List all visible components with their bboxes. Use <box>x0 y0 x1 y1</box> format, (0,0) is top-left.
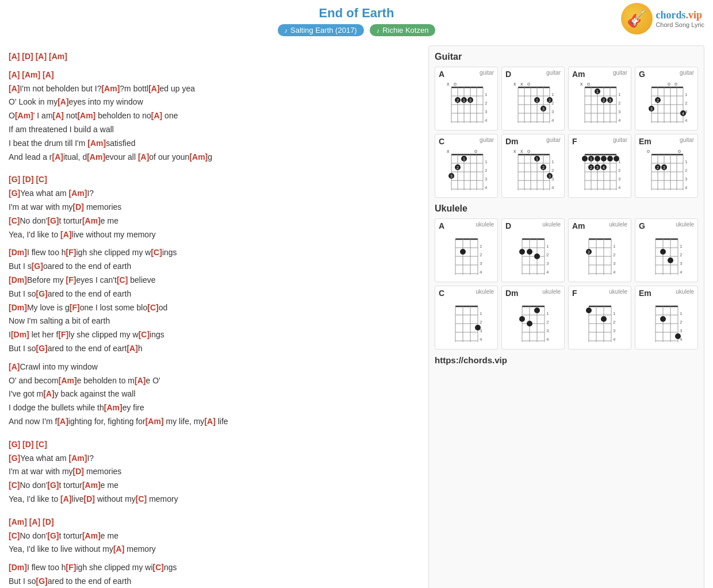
chord-token[interactable]: [Am] <box>77 111 95 120</box>
lyric-text: ey fire <box>122 403 144 412</box>
svg-point-292 <box>586 308 592 313</box>
svg-text:1fr: 1fr <box>551 159 554 164</box>
chord-token[interactable]: [G] <box>36 289 47 298</box>
chord-token[interactable]: [Am] <box>145 417 164 426</box>
chord-token[interactable]: [D] <box>84 494 95 504</box>
chord-token[interactable]: [A] <box>9 70 20 79</box>
chord-token[interactable]: [C] <box>36 175 47 184</box>
chord-token[interactable]: [D] <box>22 440 33 449</box>
chord-token[interactable]: [A] <box>53 111 64 120</box>
chord-token[interactable]: [G] <box>47 216 59 225</box>
chord-token[interactable]: [Am] <box>22 70 40 79</box>
chord-token[interactable]: [C] <box>139 330 150 339</box>
chord-line: [A] [Am] [A] <box>9 68 417 82</box>
chord-token[interactable]: [G] <box>47 531 59 540</box>
chord-token[interactable]: [C] <box>9 531 20 540</box>
lyric-text: t tortur <box>59 216 82 225</box>
lyric-text: Yea what am <box>20 189 68 198</box>
svg-text:2: 2 <box>590 166 592 170</box>
chord-token[interactable]: [F] <box>66 248 76 257</box>
chord-token[interactable]: [Am] <box>59 376 77 385</box>
chord-token[interactable]: [Am] <box>101 84 120 93</box>
chord-token[interactable]: [D] <box>73 202 84 212</box>
chord-token[interactable]: [Dm] <box>11 330 29 339</box>
chord-token[interactable]: [A] <box>60 494 71 504</box>
chord-token[interactable]: [A] <box>29 517 40 526</box>
chord-token[interactable]: [Am] <box>82 481 101 490</box>
chord-token[interactable]: [F] <box>70 303 80 312</box>
chord-token[interactable]: [Am] <box>9 517 27 526</box>
chord-token[interactable]: [A] <box>126 344 137 353</box>
album-badge[interactable]: ♪ Salting Earth (2017) <box>278 24 364 36</box>
svg-text:2fr: 2fr <box>613 320 616 325</box>
chord-token[interactable]: [G] <box>9 189 20 198</box>
artist-label: Richie Kotzen <box>382 26 428 34</box>
chord-token[interactable]: [A] <box>138 152 149 162</box>
chord-dm-diagram: x x o 1fr 2fr 3fr 4 <box>512 147 554 193</box>
chord-token[interactable]: [G] <box>32 262 43 271</box>
chord-token[interactable]: [A] <box>113 544 124 554</box>
chord-token[interactable]: [D] <box>73 467 84 476</box>
chord-c-diagram: x o 1fr 2fr 3fr 4fr <box>446 147 487 193</box>
chord-token[interactable]: [F] <box>66 275 76 285</box>
chord-token[interactable]: [A] <box>52 152 63 162</box>
chord-token[interactable]: [F] <box>58 330 68 339</box>
chord-token[interactable]: [G] <box>9 440 20 449</box>
chord-token[interactable]: [G] <box>47 481 59 490</box>
logo-icon: 🎸 <box>621 3 653 34</box>
chord-token[interactable]: [Dm] <box>9 563 27 572</box>
svg-text:1: 1 <box>463 157 465 161</box>
chord-token[interactable]: [C] <box>36 440 47 449</box>
chord-token[interactable]: [A] <box>60 230 71 239</box>
chord-token[interactable]: [G] <box>9 175 20 184</box>
chord-token[interactable]: [Am] <box>15 111 33 120</box>
chord-token[interactable]: [G] <box>36 577 47 586</box>
chord-token[interactable]: [A] <box>36 52 47 61</box>
lyric-blank <box>9 164 417 168</box>
chord-token[interactable]: [C] <box>117 275 128 285</box>
chord-token[interactable]: [D] <box>43 517 53 526</box>
svg-text:4fr: 4fr <box>685 185 687 190</box>
chord-token[interactable]: [C] <box>9 481 20 490</box>
chord-token[interactable]: [C] <box>9 216 20 225</box>
artist-badge[interactable]: ♪ Richie Kotzen <box>370 24 436 36</box>
lyric-text: igh she clipped my wi <box>76 563 152 572</box>
chord-token[interactable]: [A] <box>43 70 53 79</box>
chord-token[interactable]: [A] <box>148 84 159 93</box>
chord-token[interactable]: [A] <box>9 52 20 61</box>
chord-token[interactable]: [A] <box>57 97 68 106</box>
chord-token[interactable]: [A] <box>135 376 145 385</box>
chord-token[interactable]: [Am] <box>189 152 208 162</box>
chord-token[interactable]: [Am] <box>87 139 106 148</box>
chord-token[interactable]: [A] <box>151 111 162 120</box>
chord-token[interactable]: [C] <box>136 494 147 504</box>
chord-token[interactable]: [Am] <box>87 152 105 162</box>
chord-token[interactable]: [A] <box>43 389 54 398</box>
chord-token[interactable]: [Am] <box>82 216 101 225</box>
chord-token[interactable]: [C] <box>147 303 158 312</box>
chord-a-name: A <box>439 70 444 79</box>
chord-token[interactable]: [Am] <box>82 531 101 540</box>
chord-token[interactable]: [D] <box>22 52 33 61</box>
chord-token[interactable]: [Dm] <box>9 275 27 285</box>
chord-token[interactable]: [G] <box>9 454 20 463</box>
chord-token[interactable]: [G] <box>36 344 47 353</box>
lyric-line: O' and becom[Am]e beholden to m[A]e O' <box>9 374 417 388</box>
chord-token[interactable]: [A] <box>204 417 215 426</box>
chord-token[interactable]: [C] <box>153 563 164 572</box>
chord-token[interactable]: [A] <box>9 84 20 93</box>
chord-token[interactable]: [Am] <box>104 403 122 412</box>
chord-token[interactable]: [Am] <box>69 454 87 463</box>
chord-token[interactable]: [D] <box>22 175 33 184</box>
svg-text:2: 2 <box>457 166 459 170</box>
chord-token[interactable]: [F] <box>66 563 76 572</box>
chord-token[interactable]: [C] <box>151 248 162 257</box>
chord-token[interactable]: [Dm] <box>9 303 27 312</box>
chord-token[interactable]: [A] <box>9 362 20 371</box>
chord-token[interactable]: [Am] <box>49 52 67 61</box>
chord-token[interactable]: [A] <box>57 417 68 426</box>
chord-token[interactable]: [Dm] <box>9 248 27 257</box>
lyric-text: Before my <box>27 275 66 285</box>
chord-token[interactable]: [Am] <box>69 189 87 198</box>
chord-d-name: D <box>505 70 511 79</box>
